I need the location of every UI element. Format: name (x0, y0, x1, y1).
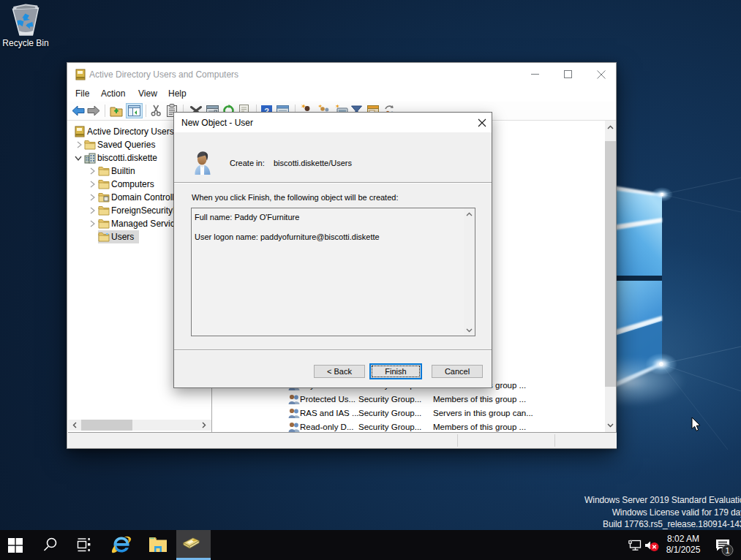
svg-text:1: 1 (725, 546, 729, 555)
